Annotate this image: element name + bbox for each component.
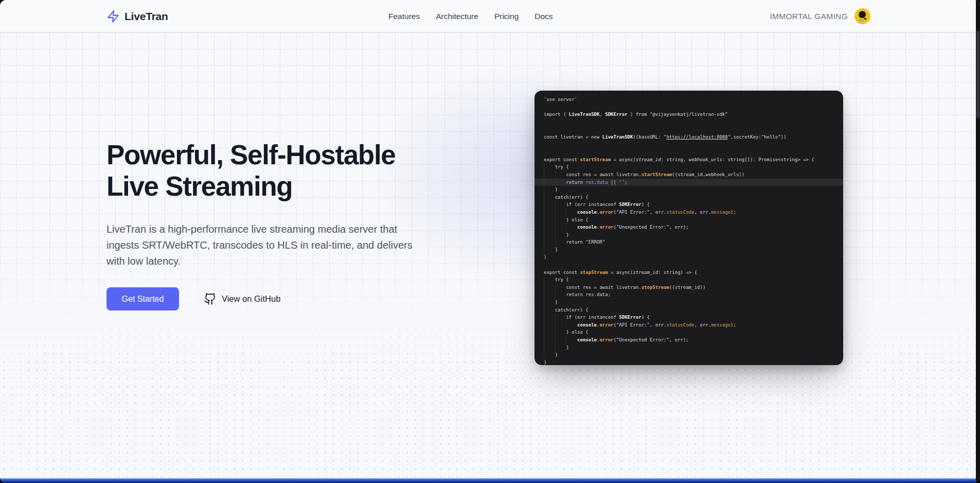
brand-name: LiveTran xyxy=(124,10,168,23)
hero-title-line2: Live Streaming xyxy=(106,171,292,201)
scrollbar[interactable] xyxy=(976,0,980,483)
hero-title-line1: Powerful, Self-Hostable xyxy=(106,140,395,170)
zap-icon xyxy=(106,10,120,23)
get-started-button[interactable]: Get Started xyxy=(106,287,179,310)
bottom-edge-bar xyxy=(0,478,980,483)
avatar[interactable] xyxy=(854,8,870,24)
nav-link-pricing[interactable]: Pricing xyxy=(494,12,519,21)
github-icon xyxy=(204,292,217,305)
brand-logo[interactable]: LiveTran xyxy=(106,0,168,32)
account-name: IMMORTAL GAMING xyxy=(770,12,848,21)
code-snippet-panel: 'use server' import { LiveTranSDK, SDKEr… xyxy=(534,91,843,365)
landing-page: LiveTran Features Architecture Pricing D… xyxy=(0,0,980,483)
code-content: 'use server' import { LiveTranSDK, SDKEr… xyxy=(544,96,834,365)
navbar: LiveTran Features Architecture Pricing D… xyxy=(0,0,980,32)
hero-cta-group: Get Started View on GitHub xyxy=(106,287,280,310)
nav-link-features[interactable]: Features xyxy=(388,12,420,21)
nav-link-docs[interactable]: Docs xyxy=(534,12,553,21)
scrollbar-thumb[interactable] xyxy=(976,31,979,118)
hero-description: LiveTran is a high-performance live stre… xyxy=(106,221,423,269)
hero-title: Powerful, Self-Hostable Live Streaming xyxy=(106,139,395,202)
nav-links: Features Architecture Pricing Docs xyxy=(388,0,553,32)
account-area: IMMORTAL GAMING xyxy=(770,0,870,32)
view-on-github-button[interactable]: View on GitHub xyxy=(204,292,280,305)
view-on-github-label: View on GitHub xyxy=(222,294,280,304)
nav-link-architecture[interactable]: Architecture xyxy=(436,12,478,21)
